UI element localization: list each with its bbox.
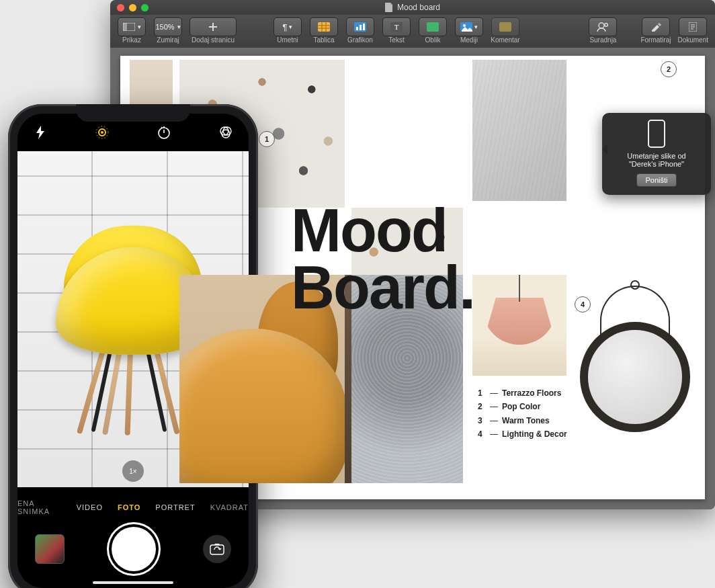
format-button[interactable]: Formatiraj xyxy=(640,17,671,44)
svg-rect-12 xyxy=(499,22,511,32)
toolbar: ▾ Prikaz 150%▾ Zumiraj Dodaj stranicu ¶▾… xyxy=(110,15,715,51)
format-icon xyxy=(650,22,661,32)
comment-icon xyxy=(499,22,511,32)
svg-rect-5 xyxy=(360,25,362,30)
insert-label: Umetni xyxy=(277,36,298,44)
add-page-label: Dodaj stranicu xyxy=(192,36,235,44)
legend-item: 3—Warm Tones xyxy=(478,414,567,427)
format-label: Formatiraj xyxy=(640,36,671,44)
legend-item: 4—Lighting & Decor xyxy=(478,427,567,441)
zoom-value: 150% xyxy=(155,23,174,31)
zoom-button[interactable]: 150%▾ Zumiraj xyxy=(153,17,183,44)
window-title: Mood board xyxy=(110,3,715,12)
timer-button[interactable] xyxy=(156,124,172,140)
shape-button[interactable]: Oblik xyxy=(418,17,448,44)
collaborate-icon xyxy=(596,22,609,32)
view-icon xyxy=(123,23,135,31)
camera-mode-selector[interactable]: ENA SNIMKA VIDEO FOTO PORTRET KVADRAT xyxy=(17,494,249,521)
media-icon xyxy=(460,22,472,32)
live-photo-button[interactable] xyxy=(94,124,110,140)
image-lamp[interactable] xyxy=(472,275,566,376)
shape-label: Oblik xyxy=(425,36,441,44)
svg-rect-1 xyxy=(123,23,127,31)
text-button[interactable]: T Tekst xyxy=(382,17,411,44)
view-button[interactable]: ▾ Prikaz xyxy=(117,17,146,44)
comment-label: Komentar xyxy=(491,36,519,44)
svg-rect-4 xyxy=(356,27,358,30)
timer-icon xyxy=(157,125,171,140)
svg-rect-23 xyxy=(210,545,224,554)
phone-outline-icon xyxy=(648,120,665,148)
image-mirror[interactable] xyxy=(575,275,696,483)
home-indicator[interactable] xyxy=(93,581,173,584)
hero-line-2: Board. xyxy=(291,259,474,317)
svg-rect-6 xyxy=(363,24,365,30)
legend-item: 1—Terrazzo Floors xyxy=(478,386,567,400)
last-photo-thumbnail[interactable] xyxy=(35,534,65,564)
document-button[interactable]: Dokument xyxy=(677,17,708,44)
mode-photo[interactable]: FOTO xyxy=(118,503,140,511)
media-button[interactable]: ▾ Mediji xyxy=(454,17,484,44)
filters-button[interactable] xyxy=(218,124,234,140)
mode-video[interactable]: VIDEO xyxy=(77,503,103,511)
svg-point-22 xyxy=(222,130,230,138)
legend[interactable]: 1—Terrazzo Floors 2—Pop Color 3—Warm Ton… xyxy=(478,386,567,442)
document-icon xyxy=(385,3,393,12)
table-label: Tablica xyxy=(313,36,334,44)
document-button-label: Dokument xyxy=(677,36,708,44)
hero-title[interactable]: Mood Board. xyxy=(291,202,474,316)
filters-icon xyxy=(218,125,233,140)
svg-rect-9 xyxy=(427,22,439,32)
flash-icon xyxy=(35,126,46,139)
mode-portrait[interactable]: PORTRET xyxy=(155,503,195,511)
image-concrete[interactable] xyxy=(472,60,566,201)
table-icon xyxy=(318,22,330,32)
svg-point-13 xyxy=(599,23,604,28)
hero-line-1: Mood xyxy=(291,202,474,259)
legend-item: 2—Pop Color xyxy=(478,400,567,413)
shutter-button[interactable] xyxy=(112,527,156,571)
popover-line-2: "Derek's iPhone" xyxy=(609,160,704,168)
shape-icon xyxy=(427,22,439,32)
callout-2[interactable]: 2 xyxy=(661,61,677,77)
text-icon: T xyxy=(390,22,403,32)
svg-point-11 xyxy=(463,24,466,27)
view-label: Prikaz xyxy=(122,36,141,44)
notch xyxy=(76,104,190,122)
svg-text:T: T xyxy=(394,23,399,31)
add-page-button[interactable]: Dodaj stranicu xyxy=(190,17,237,44)
flash-button[interactable] xyxy=(32,124,48,140)
flip-camera-icon xyxy=(210,543,224,555)
comment-button[interactable]: Komentar xyxy=(491,17,520,44)
camera-bottom-controls xyxy=(17,521,249,577)
zoom-badge[interactable]: 1× xyxy=(122,460,144,482)
collaborate-button[interactable]: Suradnja xyxy=(588,17,618,44)
media-label: Mediji xyxy=(460,36,478,44)
svg-rect-2 xyxy=(318,22,330,32)
table-button[interactable]: Tablica xyxy=(309,17,339,44)
cancel-button[interactable]: Poništi xyxy=(636,173,676,187)
callout-4[interactable]: 4 xyxy=(575,296,591,312)
svg-point-18 xyxy=(101,131,103,134)
chart-button[interactable]: Grafikon xyxy=(345,17,375,44)
collaborate-label: Suradnja xyxy=(589,36,616,44)
continuity-camera-popover: Umetanje slike od "Derek's iPhone" Poniš… xyxy=(602,113,711,195)
plus-icon xyxy=(208,22,218,32)
mode-square[interactable]: KVADRAT xyxy=(210,503,249,511)
callout-1[interactable]: 1 xyxy=(259,131,275,147)
chart-icon xyxy=(354,22,366,32)
popover-line-1: Umetanje slike od xyxy=(609,152,704,160)
live-photo-icon xyxy=(94,124,110,140)
chart-label: Grafikon xyxy=(347,36,373,44)
titlebar[interactable]: Mood board xyxy=(110,0,715,15)
zoom-label: Zumiraj xyxy=(157,36,179,44)
flip-camera-button[interactable] xyxy=(203,535,231,563)
insert-button[interactable]: ¶▾ Umetni xyxy=(273,17,302,44)
text-label: Tekst xyxy=(388,36,404,44)
document-icon xyxy=(689,22,697,32)
mode-timelapse[interactable]: ENA SNIMKA xyxy=(17,499,62,515)
